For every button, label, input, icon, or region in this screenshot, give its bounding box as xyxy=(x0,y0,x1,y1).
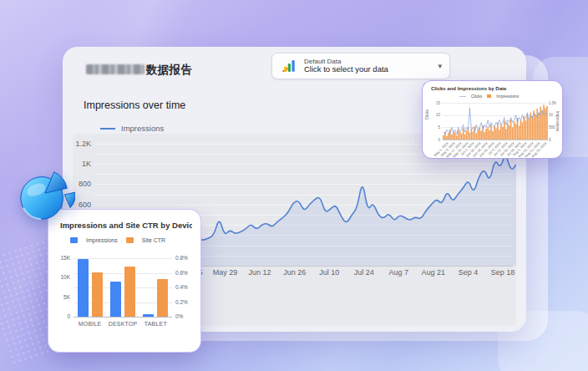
device-right-tick-label: 0.8% xyxy=(175,255,188,261)
canvas: 数据报告 Default Data Click to select your d… xyxy=(0,0,588,371)
combo-left-tick-label: 15 xyxy=(429,101,440,105)
main-chart-title: Impressions over time xyxy=(84,99,185,111)
combo-right-tick-label: 500 xyxy=(549,125,555,130)
combo-series xyxy=(443,103,548,140)
x-axis-tick-label: Aug 7 xyxy=(389,268,409,277)
device-category-label: DESKTOP xyxy=(109,321,138,327)
device-ctr-card: Impressions and Site CTR by Device Cate.… xyxy=(48,209,201,353)
gridline xyxy=(74,258,172,259)
pie-chart-3d-icon xyxy=(17,167,75,224)
chevron-down-icon: ▾ xyxy=(438,62,442,70)
x-axis-tick-label: Jun 26 xyxy=(283,268,306,277)
selector-secondary-label: Click to select your data xyxy=(304,65,438,74)
combo-left-tick-label: 0 xyxy=(429,138,440,142)
bar-site-ctr-mobile xyxy=(92,272,103,317)
device-right-tick-label: 0.4% xyxy=(175,284,188,290)
x-axis-tick-label: Aug 21 xyxy=(422,268,446,277)
bar-impressions-mobile xyxy=(78,259,89,317)
device-right-tick-label: 0.2% xyxy=(175,299,188,305)
gridline xyxy=(443,140,548,140)
data-source-selector[interactable]: Default Data Click to select your data ▾ xyxy=(271,53,450,79)
clicks-impressions-chart: 1510501.5K1K5000May 1, 2023May 9, 2023Ma… xyxy=(423,81,562,158)
report-title-text: 数据报告 xyxy=(146,64,192,76)
redacted-title-prefix xyxy=(86,64,144,74)
bar-impressions-desktop xyxy=(110,282,121,317)
combo-left-tick-label: 10 xyxy=(429,113,440,117)
device-category-label: MOBILE xyxy=(79,321,102,327)
x-axis-tick-label: Jul 24 xyxy=(354,268,374,277)
report-title: 数据报告 xyxy=(86,63,192,78)
y-axis-tick-label: 600 xyxy=(73,201,91,209)
device-left-tick-label: 0 xyxy=(48,313,70,319)
combo-right-tick-label: 0 xyxy=(549,138,551,142)
combo-right-tick-label: 1.5K xyxy=(549,101,556,105)
combo-left-tick-label: 5 xyxy=(429,125,440,130)
device-right-tick-label: 0.6% xyxy=(175,270,188,276)
selector-text: Default Data Click to select your data xyxy=(304,58,438,74)
device-left-tick-label: 10K xyxy=(48,274,70,280)
gridline xyxy=(74,317,172,318)
device-category-label: TABLET xyxy=(144,321,167,327)
bar-site-ctr-tablet xyxy=(157,279,168,317)
main-chart-legend: Impressions xyxy=(100,124,164,133)
bar-site-ctr-desktop xyxy=(124,267,135,317)
analytics-logo-icon xyxy=(281,58,297,74)
device-left-tick-label: 5K xyxy=(48,294,70,300)
x-axis-tick-label: Sep 4 xyxy=(459,268,479,277)
y-axis-tick-label: 800 xyxy=(73,180,91,188)
combo-right-tick-label: 1K xyxy=(549,113,554,117)
device-right-tick-label: 0% xyxy=(175,313,183,319)
device-bar-chart: 05K10K15K0%0.2%0.4%0.6%0.8%MOBILEDESKTOP… xyxy=(48,210,200,352)
x-axis-tick-label: May 29 xyxy=(213,268,238,277)
y-axis-tick-label: 1.2K xyxy=(73,140,91,148)
legend-label: Impressions xyxy=(121,124,164,133)
bar-impressions-tablet xyxy=(143,314,154,317)
clicks-impressions-card: Clicks and Impressions by Date Clicks Im… xyxy=(422,80,563,159)
device-left-tick-label: 15K xyxy=(48,255,70,261)
x-axis-tick-label: Jul 10 xyxy=(319,268,339,277)
x-axis-tick-label: Sep 18 xyxy=(491,268,515,277)
x-axis-tick-label: Jun 12 xyxy=(249,268,271,277)
legend-line-swatch xyxy=(100,128,115,130)
y-axis-tick-label: 1K xyxy=(73,160,91,168)
gridline xyxy=(74,273,172,274)
